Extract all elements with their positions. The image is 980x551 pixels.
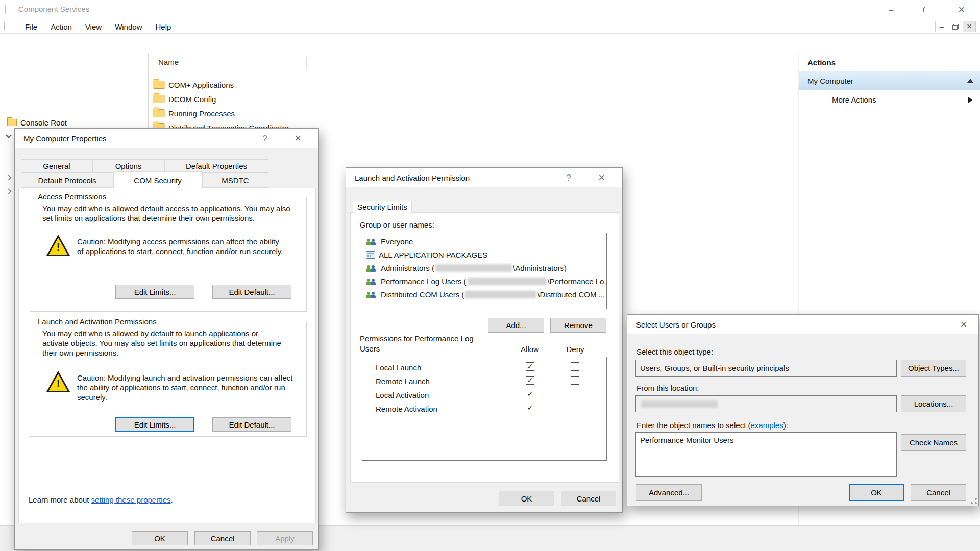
help-button[interactable] [259,133,271,145]
tab-default-protocols[interactable]: Default Protocols [21,173,113,188]
access-edit-limits-button[interactable]: Edit Limits... [115,285,194,299]
text-cursor [734,436,734,444]
allow-checkbox-local-activation[interactable]: ✓ [526,390,534,398]
child-minimize-button[interactable]: – [935,21,948,32]
location-field[interactable] [635,395,897,412]
list-item-com-applications[interactable]: COM+ Applications [154,78,234,92]
button-label: Edit Default... [229,420,275,429]
child-restore-button[interactable] [949,21,962,32]
titlebar: Component Services – × [0,0,980,19]
learn-more-suffix: . [171,495,173,504]
remove-button[interactable]: Remove [550,318,606,333]
restore-button[interactable] [915,0,938,19]
close-button[interactable] [291,132,305,145]
help-button[interactable] [562,172,575,184]
group-row-everyone[interactable]: Everyone [362,235,606,248]
access-caution-text: Caution: Modifying access permissions ca… [77,237,286,256]
access-permissions-text: You may edit who is allowed default acce… [42,204,298,223]
tab-security-limits[interactable]: Security Limits [353,201,412,213]
examples-link[interactable]: examples [750,421,783,430]
cancel-button[interactable]: Cancel [911,484,966,501]
close-button[interactable] [595,171,608,184]
app-icon [5,5,6,14]
child-close-button[interactable]: × [963,21,976,32]
child-restore-icon [952,24,959,30]
object-names-input[interactable]: Performance Monitor Users [635,432,897,477]
button-label: Advanced... [649,488,689,497]
tab-com-security[interactable]: COM Security [113,171,202,188]
learn-more-text: Learn more about setting these propertie… [29,495,173,504]
group-name: Distributed COM Users (\Distributed COM … [381,290,605,299]
group-row-administrators[interactable]: Administrators (\Administrators) [362,261,606,274]
button-label: Locations... [914,399,953,408]
menu-view[interactable]: View [79,22,108,31]
group-row-all-application-packages[interactable]: ALL APPLICATION PACKAGES [362,248,606,261]
allow-checkbox-remote-activation[interactable]: ✓ [526,404,534,412]
folder-icon [7,119,17,126]
cancel-button[interactable]: Cancel [561,491,616,506]
check-names-button[interactable]: Check Names [901,434,966,451]
actions-more-actions[interactable]: More Actions [799,90,980,109]
menu-window[interactable]: Window [108,22,149,31]
tab-msdtc[interactable]: MSDTC [202,173,268,188]
deny-checkbox-remote-activation[interactable] [571,404,579,412]
setting-these-properties-link[interactable]: setting these properties [91,495,171,504]
close-button[interactable] [957,318,970,331]
tab-default-properties[interactable]: Default Properties [164,159,268,173]
ok-button[interactable]: OK [132,531,188,545]
resize-grip[interactable] [970,497,977,505]
menu-action[interactable]: Action [44,22,79,31]
launch-edit-default-button[interactable]: Edit Default... [212,417,291,432]
advanced-button[interactable]: Advanced... [636,484,702,501]
group-row-performance-log-users[interactable]: Performance Log Users (\Performance Lo..… [362,274,606,288]
allow-checkbox-local-launch[interactable]: ✓ [526,362,534,371]
permission-name: Local Activation [376,391,429,399]
group-row-distributed-com-users[interactable]: Distributed COM Users (\Distributed COM … [362,288,606,301]
deny-column-header: Deny [558,345,593,354]
deny-checkbox-local-launch[interactable] [571,362,579,371]
actions-group-my-computer[interactable]: My Computer [799,71,980,90]
close-button[interactable]: × [950,0,973,19]
list-item-running-processes[interactable]: Running Processes [154,106,235,120]
access-edit-default-button[interactable]: Edit Default... [212,285,291,299]
allow-checkbox-remote-launch[interactable]: ✓ [526,376,534,385]
ok-button[interactable]: OK [499,491,554,506]
column-header-name[interactable]: Name [158,58,179,66]
add-button[interactable]: Add... [488,318,544,333]
cancel-button[interactable]: Cancel [194,531,251,545]
tree-item-console-root[interactable]: Console Root [7,116,67,129]
tab-label: MSDTC [222,176,249,185]
chevron-down-icon[interactable] [6,134,12,139]
ok-button[interactable]: OK [849,484,904,501]
group-user-names-list[interactable]: Everyone ALL APPLICATION PACKAGES Admini… [362,233,607,309]
locations-button[interactable]: Locations... [901,395,966,412]
deny-checkbox-local-activation[interactable] [571,390,579,398]
minimize-button[interactable]: – [880,0,902,19]
apply-button[interactable]: Apply [257,531,313,545]
chevron-right-icon[interactable] [6,175,12,181]
chevron-right-icon[interactable] [6,189,12,194]
list-header[interactable]: Name [149,54,798,71]
button-label: Edit Limits... [134,420,176,429]
launch-edit-limits-button[interactable]: Edit Limits... [115,417,194,432]
warning-exclamation [46,241,70,253]
tab-options[interactable]: Options [92,159,164,173]
list-item-label: COM+ Applications [168,81,234,89]
expand-icon[interactable] [968,97,972,103]
group-user-names-label: Group or user names: [360,220,434,229]
button-label: Edit Limits... [134,288,176,296]
dialog-titlebar: Launch and Activation Permission [346,168,622,187]
launch-caution-text: Caution: Modifying launch and activation… [77,373,297,402]
button-label: Cancel [577,494,601,503]
menu-help[interactable]: Help [149,22,178,31]
users-icon [366,237,377,245]
column-separator[interactable] [306,57,307,69]
tab-general[interactable]: General [21,159,92,173]
menu-file[interactable]: File [18,22,44,31]
collapse-icon[interactable] [967,79,973,83]
list-item-dcom-config[interactable]: DCOM Config [154,92,216,106]
deny-checkbox-remote-launch[interactable] [571,376,579,385]
object-type-field[interactable]: Users, Groups, or Built-in security prin… [635,360,897,377]
button-label: Edit Default... [229,288,275,296]
object-types-button[interactable]: Object Types... [901,360,966,377]
